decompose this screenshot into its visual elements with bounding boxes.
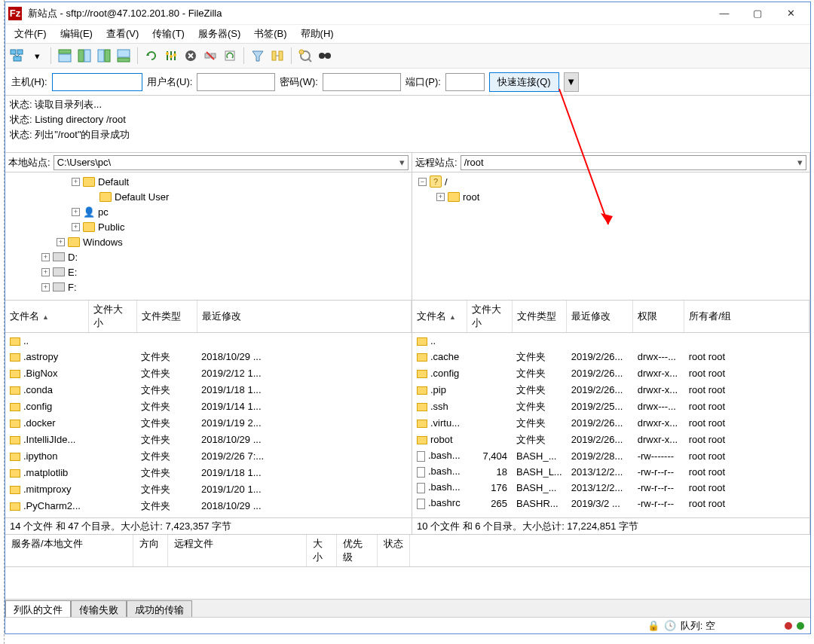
list-item[interactable]: .bash...18BASH_L...2013/12/2...-rw-r--r-…: [412, 464, 809, 480]
remote-path-combo[interactable]: /root: [461, 155, 806, 170]
minimize-button[interactable]: —: [708, 3, 741, 24]
tree-node[interactable]: +👤pc: [8, 204, 409, 219]
host-input[interactable]: [52, 73, 142, 91]
maximize-button[interactable]: ▢: [741, 3, 774, 24]
list-item[interactable]: ..: [412, 333, 809, 349]
message-log[interactable]: 状态: 读取目录列表... 状态: Listing directory /roo…: [5, 96, 810, 153]
expand-icon[interactable]: +: [72, 208, 80, 216]
process-queue-icon[interactable]: [162, 47, 180, 65]
filter-icon[interactable]: [249, 47, 267, 65]
list-item[interactable]: .virtu...文件夹2019/2/26...drwxr-x...root r…: [412, 415, 809, 432]
menu-edit[interactable]: 编辑(E): [54, 26, 99, 42]
list-item[interactable]: .docker文件夹2019/1/19 2...: [5, 415, 412, 432]
quickconnect-history-dropdown[interactable]: ▼: [564, 72, 579, 92]
collapse-icon[interactable]: −: [418, 178, 427, 186]
col-type[interactable]: 文件类型: [136, 301, 197, 333]
username-input[interactable]: [197, 73, 275, 91]
col-size[interactable]: 文件大小: [467, 301, 512, 333]
tab-successful[interactable]: 成功的传输: [127, 600, 192, 617]
list-item[interactable]: .ssh文件夹2019/2/25...drwx---...root root: [412, 398, 809, 415]
tree-node[interactable]: +E:: [8, 264, 409, 279]
password-input[interactable]: [323, 73, 401, 91]
tree-label: Default: [98, 176, 129, 188]
port-input[interactable]: [445, 73, 485, 91]
col-name[interactable]: 文件名▲: [5, 301, 88, 333]
local-directory-tree[interactable]: +DefaultDefault User+👤pc+Public+Windows+…: [5, 172, 412, 301]
tree-node[interactable]: +Public: [8, 219, 409, 234]
remote-directory-tree[interactable]: − ? / + root: [412, 172, 809, 301]
tree-node[interactable]: +Default: [8, 174, 409, 189]
list-item[interactable]: .ipython文件夹2019/2/26 7:...: [5, 448, 412, 465]
col-size[interactable]: 文件大小: [88, 301, 136, 333]
tree-node[interactable]: +Windows: [8, 234, 409, 249]
reconnect-icon[interactable]: [221, 47, 239, 65]
tree-node[interactable]: Default User: [8, 189, 409, 204]
expand-icon[interactable]: +: [41, 253, 50, 261]
tree-node[interactable]: root: [463, 191, 479, 203]
menu-bookmarks[interactable]: 书签(B): [248, 26, 292, 42]
col-size[interactable]: 大小: [307, 535, 337, 566]
expand-icon[interactable]: +: [72, 223, 80, 231]
toggle-local-tree-icon[interactable]: [75, 47, 93, 65]
list-item[interactable]: .config文件夹2019/1/14 1...: [5, 398, 412, 415]
list-item[interactable]: .mitmproxy文件夹2019/1/20 1...: [5, 481, 412, 498]
col-modified[interactable]: 最近修改: [567, 301, 633, 333]
local-file-list[interactable]: 文件名▲ 文件大小 文件类型 最近修改 ...astropy文件夹2018/10…: [5, 301, 412, 517]
toggle-remote-tree-icon[interactable]: [95, 47, 113, 65]
col-name[interactable]: 文件名▲: [412, 301, 467, 333]
list-item[interactable]: .bash...176BASH_...2013/12/2...-rw-r--r-…: [412, 480, 809, 496]
local-path-combo[interactable]: C:\Users\pc\: [54, 155, 409, 170]
expand-icon[interactable]: +: [41, 283, 50, 291]
toggle-queue-icon[interactable]: [115, 47, 133, 65]
quickconnect-button[interactable]: 快速连接(Q): [489, 72, 559, 92]
menu-help[interactable]: 帮助(H): [295, 26, 340, 42]
sync-browse-icon[interactable]: [296, 47, 314, 65]
menu-server[interactable]: 服务器(S): [192, 26, 246, 42]
expand-icon[interactable]: +: [436, 193, 445, 201]
list-item[interactable]: .PyCharm2...文件夹2018/10/29 ...: [5, 498, 412, 514]
col-owner[interactable]: 所有者/组: [684, 301, 809, 333]
list-item[interactable]: .ssh文件夹2019/1/20 1...: [5, 514, 412, 518]
expand-icon[interactable]: +: [41, 268, 50, 276]
sitemanager-dropdown-icon[interactable]: ▾: [28, 47, 46, 65]
col-status[interactable]: 状态: [378, 535, 410, 566]
col-direction[interactable]: 方向: [133, 535, 168, 566]
compare-icon[interactable]: [268, 47, 286, 65]
refresh-icon[interactable]: [142, 47, 161, 65]
search-icon[interactable]: [316, 47, 334, 65]
list-item[interactable]: .cache文件夹2019/2/26...drwx---...root root: [412, 349, 809, 365]
cancel-icon[interactable]: [182, 47, 200, 65]
list-item[interactable]: .bash...7,404BASH_...2019/2/28...-rw----…: [412, 448, 809, 464]
menu-transfer[interactable]: 传输(T): [146, 26, 191, 42]
menu-view[interactable]: 查看(V): [100, 26, 145, 42]
tree-node[interactable]: +D:: [8, 249, 409, 264]
list-item[interactable]: .conda文件夹2019/1/18 1...: [5, 382, 412, 398]
list-item[interactable]: .astropy文件夹2018/10/29 ...: [5, 349, 412, 365]
tab-failed[interactable]: 传输失败: [71, 600, 127, 617]
expand-icon[interactable]: +: [72, 178, 80, 186]
close-button[interactable]: ✕: [774, 3, 807, 24]
col-modified[interactable]: 最近修改: [197, 301, 412, 333]
tree-node[interactable]: +F:: [8, 279, 409, 295]
toggle-log-icon[interactable]: [56, 47, 74, 65]
list-item[interactable]: ..: [5, 333, 412, 349]
list-item[interactable]: .BigNox文件夹2019/2/12 1...: [5, 365, 412, 382]
list-item[interactable]: .pip文件夹2019/2/26...drwxr-x...root root: [412, 382, 809, 398]
list-item[interactable]: .bashrc265BASHR...2019/3/2 ...-rw-r--r--…: [412, 496, 809, 511]
disconnect-icon[interactable]: [201, 47, 219, 65]
list-item[interactable]: .config文件夹2019/2/26...drwxr-x...root roo…: [412, 365, 809, 382]
col-type[interactable]: 文件类型: [512, 301, 567, 333]
tree-node[interactable]: /: [445, 176, 448, 188]
menu-file[interactable]: 文件(F): [8, 26, 53, 42]
col-remote-file[interactable]: 远程文件: [168, 535, 307, 566]
remote-file-list[interactable]: 文件名▲ 文件大小 文件类型 最近修改 权限 所有者/组 ...cache文件夹…: [412, 301, 809, 517]
tab-queued[interactable]: 列队的文件: [5, 600, 71, 617]
list-item[interactable]: robot文件夹2019/2/26...drwxr-x...root root: [412, 432, 809, 448]
col-priority[interactable]: 优先级: [337, 535, 378, 566]
list-item[interactable]: .matplotlib文件夹2019/1/18 1...: [5, 465, 412, 481]
col-permissions[interactable]: 权限: [633, 301, 684, 333]
expand-icon[interactable]: +: [57, 238, 65, 246]
list-item[interactable]: .IntelliJIde...文件夹2018/10/29 ...: [5, 432, 412, 448]
sitemanager-icon[interactable]: [8, 47, 26, 65]
col-server-local[interactable]: 服务器/本地文件: [5, 535, 133, 566]
